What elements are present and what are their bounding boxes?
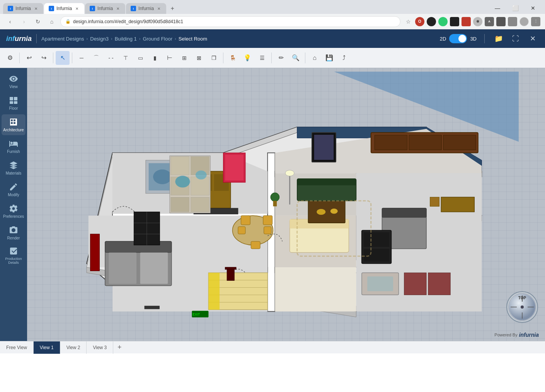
beam-btn[interactable]: ⊢ (163, 51, 177, 65)
toolbar-sep1 (19, 53, 20, 63)
sidebar-view-label: View (9, 85, 18, 89)
user-avatar[interactable] (519, 17, 529, 26)
app-container: infurnia Apartment Designs › Design3 › B… (0, 29, 545, 353)
svg-rect-61 (297, 179, 356, 185)
straight-wall-btn[interactable]: ─ (75, 51, 89, 65)
dashed-wall-btn[interactable]: - - (104, 51, 118, 65)
home-nav-button[interactable]: ⌂ (46, 16, 57, 27)
toolbar-sep2 (53, 53, 53, 63)
sidebar-item-production[interactable]: Production Details (2, 244, 26, 267)
header-divider2 (484, 34, 485, 43)
tab3-favicon: i (90, 6, 95, 11)
breadcrumb-ground-floor[interactable]: Ground Floor (143, 36, 172, 42)
save-btn[interactable]: 💾 (322, 51, 336, 65)
column-btn[interactable]: ▮ (148, 51, 162, 65)
settings-tool-btn[interactable]: ⚙ (3, 51, 17, 65)
wall-segment-btn[interactable]: ⊤ (119, 51, 133, 65)
breadcrumb-apartment-designs[interactable]: Apartment Designs (41, 36, 84, 42)
sidebar-item-floor[interactable]: Floor (2, 93, 26, 114)
add-view-button[interactable]: + (113, 341, 126, 354)
eye-icon (9, 74, 18, 83)
stack-btn[interactable]: ☰ (255, 51, 269, 65)
sidebar-item-modify[interactable]: Modify (2, 179, 26, 200)
view-tab-view3[interactable]: View 3 (87, 341, 113, 354)
sidebar-item-render[interactable]: Render (2, 222, 26, 243)
sidebar-item-architecture[interactable]: Architecture (2, 114, 26, 135)
home-view-btn[interactable]: ⌂ (308, 51, 322, 65)
canvas-area[interactable]: EXIT TOP (27, 68, 545, 341)
grid-btn[interactable]: ⊞ (177, 51, 191, 65)
powered-by-brand: infurnia (519, 332, 539, 338)
sidebar-item-furnish[interactable]: Furnish (2, 136, 26, 157)
svg-point-77 (271, 193, 279, 202)
select-tool-btn[interactable]: ↖ (56, 51, 70, 65)
breadcrumb-design3[interactable]: Design3 (90, 36, 109, 42)
svg-rect-97 (443, 135, 476, 150)
address-bar[interactable]: 🔒 design.infurnia.com/#/edit_design/9df0… (60, 16, 400, 27)
breadcrumb-select-room: Select Room (179, 36, 207, 42)
forward-button[interactable]: › (19, 16, 29, 27)
svg-rect-46 (263, 216, 272, 225)
fullscreen-icon-btn[interactable]: ⛶ (509, 32, 522, 45)
svg-rect-1 (14, 97, 17, 100)
render-icon (9, 226, 18, 235)
minimize-button[interactable]: — (489, 2, 506, 14)
browser-tab-4[interactable]: i Infurnia ✕ (126, 3, 166, 14)
tab3-close[interactable]: ✕ (115, 6, 121, 11)
pattern-btn[interactable]: ⊠ (192, 51, 206, 65)
refresh-button[interactable]: ↻ (32, 16, 43, 27)
browser-addressbar: ‹ › ↻ ⌂ 🔒 design.infurnia.com/#/edit_des… (0, 14, 545, 29)
close-design-btn[interactable]: ✕ (526, 32, 539, 45)
tab2-label: Infurnia (56, 6, 72, 11)
browser-tab-3[interactable]: i Infurnia ✕ (85, 3, 125, 14)
breadcrumb-building1[interactable]: Building 1 (115, 36, 137, 42)
folder-icon-btn[interactable]: 📁 (492, 32, 505, 45)
view-toggle-switch[interactable] (449, 34, 467, 43)
tab1-close[interactable]: ✕ (33, 6, 39, 11)
compass[interactable]: TOP (506, 291, 539, 324)
window-controls: — ⬜ ✕ (489, 2, 542, 14)
extensions-button[interactable]: ⋮ (531, 17, 540, 26)
view-tab-free[interactable]: Free View (0, 341, 34, 354)
view-tab-view1[interactable]: View 1 (34, 341, 60, 354)
svg-rect-74 (367, 277, 393, 291)
new-tab-button[interactable]: + (167, 3, 178, 14)
preferences-icon (9, 204, 18, 213)
curve-wall-btn[interactable]: ⌒ (89, 51, 103, 65)
tab1-label: Infurnia (15, 6, 31, 11)
sidebar-item-materials[interactable]: Materials (2, 158, 26, 178)
browser-tab-2[interactable]: i Infurnia ✕ (44, 3, 84, 14)
light-btn[interactable]: 💡 (240, 51, 254, 65)
redo-btn[interactable]: ↪ (37, 51, 51, 65)
svg-rect-78 (273, 201, 277, 206)
browser-icon9 (508, 17, 517, 26)
view-toggle-group: 2D 3D (440, 34, 477, 43)
url-text: design.infurnia.com/#/edit_design/9df090… (73, 19, 183, 24)
svg-rect-31 (109, 253, 136, 284)
undo-btn[interactable]: ↩ (22, 51, 36, 65)
tab1-favicon: i (8, 6, 13, 11)
layers-btn[interactable]: ❒ (207, 51, 221, 65)
floor-icon (9, 96, 18, 105)
tab4-close[interactable]: ✕ (156, 6, 162, 11)
back-button[interactable]: ‹ (5, 16, 15, 27)
svg-point-110 (521, 305, 524, 309)
bookmark-button[interactable]: ☆ (404, 17, 413, 26)
production-icon (9, 246, 18, 256)
svg-rect-101 (145, 306, 159, 309)
sidebar-item-view[interactable]: View (2, 71, 26, 92)
view-tab-view2[interactable]: View 2 (60, 341, 87, 354)
breadcrumb-sep3: › (139, 36, 141, 41)
svg-rect-86 (171, 197, 189, 212)
svg-rect-68 (441, 197, 474, 212)
close-button[interactable]: ✕ (524, 2, 542, 14)
chair-btn[interactable]: 🪑 (226, 51, 240, 65)
tab2-close[interactable]: ✕ (74, 6, 80, 11)
annotate-btn[interactable]: ✏ (274, 51, 288, 65)
share-btn[interactable]: ⤴ (337, 51, 351, 65)
zoom-btn[interactable]: 🔍 (289, 51, 303, 65)
sidebar-item-preferences[interactable]: Preferences (2, 201, 26, 222)
maximize-button[interactable]: ⬜ (506, 2, 524, 14)
room-btn[interactable]: ▭ (133, 51, 147, 65)
browser-tab-1[interactable]: i Infurnia ✕ (3, 3, 43, 14)
